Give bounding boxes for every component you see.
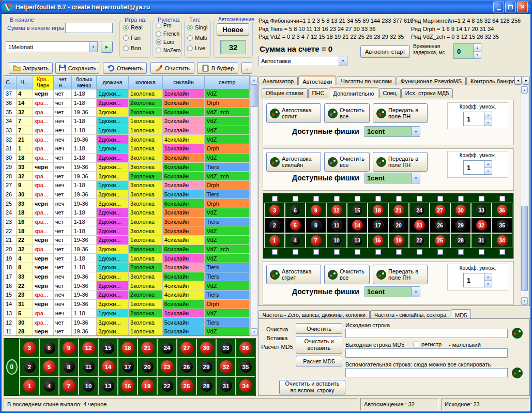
roulette-number[interactable]: 11: [82, 360, 95, 373]
roulette-cell[interactable]: 28: [196, 376, 216, 395]
clear-all-button[interactable]: Очистить все: [324, 103, 370, 123]
spinner-up-icon[interactable]: ▲: [484, 161, 492, 168]
chevron-down-icon[interactable]: ▼: [339, 56, 347, 66]
helper-action-button[interactable]: [511, 366, 523, 379]
spinner-down-icon[interactable]: ▼: [484, 119, 492, 126]
roulette-cell[interactable]: 20: [138, 358, 157, 377]
roulette-number[interactable]: 5: [43, 360, 56, 373]
subtab-pns[interactable]: ПНС: [308, 88, 329, 98]
subtab-md5-strings[interactable]: Исх. строки МД5: [401, 88, 453, 98]
roulette-number[interactable]: 22: [414, 235, 425, 246]
spin-row[interactable]: 3221кра...неч19-362дюжи...3колонка4сикла…: [4, 135, 250, 144]
checkbox[interactable]: [355, 196, 360, 202]
mini-roulette-cell[interactable]: 35: [492, 218, 512, 233]
spin-row[interactable]: 2218кра...чет1-182дюжи...3колонка3сиклай…: [4, 226, 250, 236]
roulette-number[interactable]: 26: [180, 360, 193, 373]
mini-roulette-cell[interactable]: 2: [264, 218, 285, 233]
close-button[interactable]: ✕: [517, 2, 528, 12]
roulette-number[interactable]: 35: [239, 360, 252, 373]
roulette-number[interactable]: 31: [220, 379, 233, 392]
subtab-additional[interactable]: Дополнительно: [329, 87, 378, 98]
checkbox[interactable]: [499, 249, 505, 255]
roulette-number[interactable]: 3: [23, 342, 36, 355]
chevron-down-icon[interactable]: ▼: [412, 287, 420, 297]
scroll-track[interactable]: [521, 94, 528, 297]
checkbox[interactable]: [375, 196, 381, 202]
chips-combobox[interactable]: 1cent ▼: [364, 286, 420, 297]
mini-roulette-cell[interactable]: 19: [388, 233, 409, 248]
undo-button[interactable]: Отменить: [103, 62, 147, 74]
column-header[interactable]: большменш: [72, 76, 97, 89]
spin-row[interactable]: 374чернчет1-181дюжи...1колонка1сиклайнVd…: [4, 89, 250, 99]
spin-row[interactable]: 2832кра...чет19-363дюжи...2колонка6сикла…: [4, 172, 250, 181]
roulette-cell[interactable]: 23: [157, 358, 177, 377]
checkbox[interactable]: [355, 249, 360, 255]
roulette-number[interactable]: 4: [43, 379, 56, 392]
roulette-cell[interactable]: 15: [98, 339, 118, 358]
roulette-cell[interactable]: 6: [39, 339, 59, 358]
roulette-number[interactable]: 23: [414, 220, 425, 231]
mini-roulette-cell[interactable]: 27: [430, 203, 450, 218]
spin-row[interactable]: 3018кра...чет1-182дюжи...3колонка3сиклай…: [4, 154, 250, 163]
scroll-down-button[interactable]: ▼: [251, 328, 257, 335]
roulette-number[interactable]: 36: [497, 205, 508, 216]
roulette-number[interactable]: 26: [435, 220, 446, 231]
coefficient-spinner[interactable]: 1 ▲▼: [463, 112, 492, 126]
spin-row[interactable]: 2418кра...чет1-182дюжи...3колонка3сиклай…: [4, 208, 250, 218]
tab-scroll-right-button[interactable]: ►: [523, 76, 530, 85]
roulette-number[interactable]: 13: [352, 235, 363, 246]
coefficient-spinner[interactable]: 1 ▲▼: [463, 160, 492, 175]
column-header[interactable]: колонка: [129, 76, 163, 89]
roulette-number[interactable]: 22: [161, 379, 174, 392]
roulette-cell[interactable]: 9: [59, 339, 79, 358]
save-button[interactable]: Сохранить: [55, 62, 99, 74]
spinner-down-icon[interactable]: ▼: [484, 281, 492, 287]
checkbox[interactable]: [272, 196, 278, 202]
radio-fan[interactable]: Fan: [123, 35, 141, 41]
roulette-number[interactable]: 10: [331, 235, 342, 246]
radio-nozero[interactable]: NoZero: [156, 48, 180, 53]
roulette-number[interactable]: 23: [161, 360, 174, 373]
roulette-number[interactable]: 30: [200, 342, 213, 355]
transfer-to-pn-button[interactable]: Передать в поле ПН: [373, 265, 428, 284]
spinner-up-icon[interactable]: ▲: [484, 273, 492, 281]
clear-all-button[interactable]: Очистить все: [324, 152, 370, 172]
chips-combobox[interactable]: 1cent ▼: [364, 173, 420, 183]
spin-row[interactable]: 3614кра...чет1-182дюжи...2колонка3сиклай…: [4, 99, 250, 108]
zero-cell[interactable]: 0: [4, 339, 20, 395]
chevron-down-icon[interactable]: ▼: [412, 127, 420, 136]
spin-row[interactable]: 337кра...неч1-181дюжи...1колонка2сиклайн…: [4, 126, 250, 135]
roulette-cell[interactable]: 13: [98, 376, 118, 395]
checkbox[interactable]: [437, 249, 443, 255]
roulette-cell[interactable]: 31: [216, 376, 236, 395]
checkbox[interactable]: [313, 249, 319, 255]
mini-roulette-cell[interactable]: 17: [368, 218, 388, 233]
scroll-track[interactable]: [251, 83, 257, 328]
spin-row[interactable]: 311кра...неч1-181дюжи...1колонка1сиклайн…: [4, 144, 250, 154]
column-header[interactable]: дюжина: [97, 76, 129, 89]
roulette-number[interactable]: 15: [352, 205, 363, 216]
mini-roulette-cell[interactable]: 24: [409, 203, 430, 218]
roulette-cell[interactable]: 19: [138, 376, 157, 395]
roulette-number[interactable]: 29: [455, 220, 466, 231]
spin-row[interactable]: 2533черннеч19-363дюжи...3колонка6сиклайн…: [4, 199, 250, 208]
scroll-thumb[interactable]: [251, 84, 257, 107]
roulette-number[interactable]: 27: [435, 205, 446, 216]
roulette-cell[interactable]: 4: [39, 376, 59, 395]
source-string-input[interactable]: [345, 329, 508, 338]
autobet-street-button[interactable]: Автоставка стрит: [266, 265, 321, 284]
roulette-number[interactable]: 28: [200, 379, 213, 392]
spinner-down-icon[interactable]: ▼: [484, 168, 492, 175]
subtab-common-bets[interactable]: Общие ставки: [262, 88, 308, 98]
roulette-cell[interactable]: 33: [216, 339, 236, 358]
roulette-cell[interactable]: 11: [79, 358, 98, 377]
chevron-down-icon[interactable]: ▼: [89, 42, 97, 52]
spin-row[interactable]: 347кра...неч1-181дюжи...1колонка2сиклайн…: [4, 117, 250, 126]
scroll-up-button[interactable]: ▲: [251, 76, 257, 83]
profile-combobox[interactable]: 1Melonati ▼: [6, 41, 98, 52]
checkbox[interactable]: [417, 249, 422, 255]
spinner-down-icon[interactable]: ▼: [474, 52, 481, 59]
mini-roulette-cell[interactable]: 7: [306, 233, 326, 248]
roulette-number[interactable]: 28: [455, 235, 466, 246]
radio-multi[interactable]: Multi: [187, 35, 207, 41]
